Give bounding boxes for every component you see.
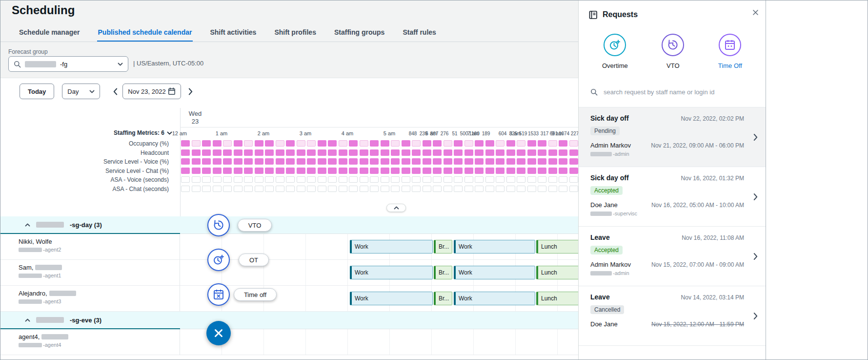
- metric-cell: [286, 176, 295, 183]
- metric-cell: [423, 168, 431, 174]
- tab-staffing-groups[interactable]: Staffing groups: [333, 24, 385, 42]
- shift-bar-work[interactable]: Work: [454, 266, 535, 279]
- shift-bar-break[interactable]: Br...: [434, 292, 452, 305]
- open-request-button[interactable]: [751, 131, 760, 143]
- close-icon: [752, 9, 759, 16]
- request-item[interactable]: LeaveNov 16, 2022, 11:08 AMAcceptedAdmin…: [579, 227, 766, 286]
- request-type-overtime[interactable]: Overtime: [602, 34, 628, 69]
- metric-cell: [318, 186, 326, 192]
- date-picker-input[interactable]: Nov 23, 2022: [122, 84, 181, 99]
- metric-cell: [255, 140, 263, 147]
- hour-label: 5 am: [384, 130, 395, 136]
- staffing-group-row: -sg-day (3): [0, 216, 578, 234]
- today-button[interactable]: Today: [20, 84, 54, 99]
- metric-cell: [360, 149, 368, 156]
- metric-cell: [255, 149, 263, 156]
- staffing-group-header[interactable]: -sg-eve (3): [0, 312, 180, 329]
- metric-cell: [360, 186, 368, 192]
- metric-cell: [192, 186, 201, 192]
- request-type-time-off[interactable]: Time Off: [718, 34, 742, 69]
- tab-schedule-manager[interactable]: Schedule manager: [18, 24, 81, 42]
- shift-label: Work: [355, 243, 368, 250]
- metric-cell: [517, 168, 525, 174]
- overtime-fab-label[interactable]: OT: [239, 254, 269, 266]
- collapse-group-button[interactable]: [25, 223, 30, 227]
- timeoff-fab-button[interactable]: [207, 283, 230, 306]
- timeoff-fab-label[interactable]: Time off: [234, 288, 277, 301]
- shift-bar-work[interactable]: Work: [454, 240, 535, 254]
- metric-cell: [213, 140, 222, 147]
- metric-cell: [444, 149, 452, 156]
- vto-fab-label[interactable]: VTO: [238, 219, 272, 232]
- open-request-button[interactable]: [751, 191, 760, 202]
- shift-bar-work[interactable]: Work: [350, 240, 433, 254]
- metric-cell: [297, 186, 305, 192]
- vto-fab-button[interactable]: [207, 214, 230, 236]
- shift-label: Br...: [439, 295, 449, 302]
- request-search-input[interactable]: [603, 88, 754, 96]
- chevron-down-icon: [167, 131, 172, 135]
- request-type-vto[interactable]: VTO: [662, 34, 684, 69]
- metric-cell: [286, 168, 295, 174]
- staffing-metrics-dropdown[interactable]: Staffing Metrics: 6: [0, 129, 172, 136]
- metric-cell: [318, 140, 326, 147]
- metric-cell: [464, 140, 473, 147]
- tab-shift-activities[interactable]: Shift activities: [209, 24, 257, 42]
- next-day-button[interactable]: [184, 84, 197, 99]
- tab-staff-rules[interactable]: Staff rules: [402, 24, 437, 42]
- staffing-group-header[interactable]: -sg-day (3): [0, 216, 180, 234]
- collapse-group-button[interactable]: [25, 318, 30, 322]
- shift-bar-work[interactable]: Work: [350, 266, 433, 279]
- metric-cell: [223, 149, 232, 156]
- shift-bar-break[interactable]: Br...: [434, 266, 452, 279]
- metric-cell: [527, 186, 536, 192]
- request-item[interactable]: Sick day offNov 22, 2022, 02:02 PMPendin…: [579, 107, 766, 167]
- request-title: Leave: [590, 233, 610, 241]
- metric-cell: [192, 140, 201, 147]
- metric-cell: [485, 176, 494, 183]
- previous-day-button[interactable]: [109, 84, 121, 99]
- close-fab-button[interactable]: [206, 321, 231, 345]
- view-select[interactable]: Day: [62, 84, 100, 99]
- tab-published-schedule-calendar[interactable]: Published schedule calendar: [97, 24, 193, 42]
- tab-shift-profiles[interactable]: Shift profiles: [273, 24, 317, 42]
- metric-cell: [381, 186, 389, 192]
- open-request-button[interactable]: [751, 310, 760, 321]
- metric-cell: [360, 176, 368, 183]
- request-item[interactable]: Sick day offNov 16, 2022, 01:32 PMAccept…: [579, 167, 766, 227]
- forecast-group-select[interactable]: -fg: [8, 56, 128, 72]
- metric-cell: [265, 149, 274, 156]
- agent-login-suffix: -agent4: [43, 342, 61, 348]
- requester-name: Admin Markov: [590, 261, 631, 268]
- metric-cell: [538, 186, 546, 192]
- overtime-fab-button[interactable]: [207, 249, 230, 271]
- requester-name: Doe Jane: [590, 201, 618, 209]
- shift-bar-break[interactable]: Br...: [434, 240, 452, 254]
- collapse-metrics-button[interactable]: [386, 204, 406, 212]
- metric-value: 519: [519, 131, 527, 136]
- metric-cell: [234, 149, 242, 156]
- shift-bar-lunch[interactable]: Lunch: [536, 266, 578, 279]
- main-area: Scheduling Schedule managerPublished sch…: [0, 0, 578, 360]
- metric-value: 1533: [528, 131, 539, 136]
- metric-cell: [569, 176, 578, 183]
- metric-cell: [454, 176, 463, 183]
- metric-cell: [213, 168, 222, 174]
- metric-cell: [255, 168, 263, 174]
- open-request-button[interactable]: [751, 251, 760, 262]
- request-item[interactable]: LeaveNov 14, 2022, 03:14 PMCancelledDoe …: [579, 286, 766, 346]
- requester-login: -admin: [590, 151, 744, 157]
- close-panel-button[interactable]: [749, 6, 762, 19]
- shift-bar-work[interactable]: Work: [350, 292, 433, 305]
- metric-cell: [475, 186, 484, 192]
- metric-cell: [464, 158, 473, 165]
- metric-cell: [548, 140, 557, 147]
- agent-info: Alejandro,-agent3: [0, 286, 180, 312]
- shift-bar-lunch[interactable]: Lunch: [536, 240, 578, 254]
- shift-bar-lunch[interactable]: Lunch: [536, 292, 578, 305]
- shift-bar-work[interactable]: Work: [454, 292, 535, 305]
- metric-cell: [202, 158, 211, 165]
- staffing-metrics-label: Staffing Metrics: 6: [114, 129, 164, 136]
- metric-label: ASA - Voice (seconds): [0, 176, 169, 183]
- agent-info: agent4,-agent4: [0, 329, 180, 355]
